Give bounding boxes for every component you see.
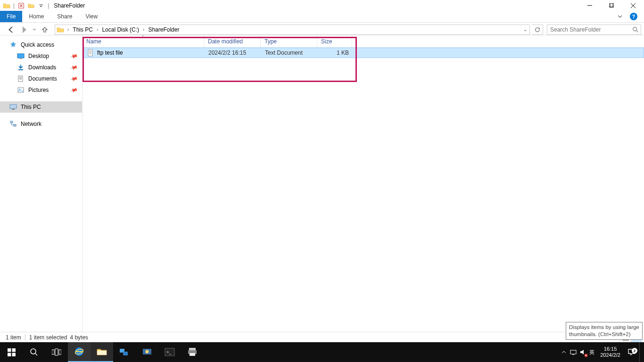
file-size: 1 KB: [318, 49, 353, 56]
pictures-icon: [17, 86, 25, 94]
search-box[interactable]: [547, 25, 641, 35]
svg-text:>_: >_: [166, 350, 172, 354]
title-bar: | | ShareFolder: [0, 0, 644, 11]
refresh-button[interactable]: [532, 25, 543, 35]
system-tray: 英 16:15 2024/2/2 2: [559, 342, 644, 362]
file-tab[interactable]: File: [0, 11, 22, 22]
pin-icon: 📌: [70, 63, 79, 72]
status-bar: 1 item 1 item selected 4 bytes: [0, 332, 644, 342]
search-button[interactable]: [23, 342, 45, 362]
column-label: Type: [264, 38, 277, 45]
view-tab[interactable]: View: [79, 11, 104, 22]
column-size[interactable]: Size: [317, 35, 352, 47]
svg-rect-32: [52, 350, 54, 354]
svg-rect-28: [12, 348, 15, 352]
quick-access-toolbar: | |: [0, 1, 50, 10]
column-type[interactable]: Type: [261, 35, 317, 47]
task-app2-button[interactable]: [136, 342, 158, 362]
separator: [25, 334, 25, 341]
explorer-body: Quick access Desktop 📌 Downloads 📌 Docum…: [0, 35, 644, 332]
clock-date: 2024/2/2: [600, 352, 620, 358]
svg-rect-34: [59, 350, 61, 354]
svg-rect-46: [190, 353, 195, 356]
ribbon: File Home Share View ?: [0, 11, 644, 23]
nav-bar: › This PC › Local Disk (C:) › ShareFolde…: [0, 23, 644, 35]
network-tray-icon[interactable]: [569, 342, 578, 362]
nav-item-label: Pictures: [28, 87, 49, 93]
recent-dropdown-icon[interactable]: [31, 25, 38, 35]
column-date[interactable]: Date modified: [204, 35, 261, 47]
notification-badge: 2: [632, 348, 637, 354]
breadcrumb-sharefolder[interactable]: ShareFolder: [146, 26, 181, 33]
address-dropdown-icon[interactable]: ⌄: [521, 27, 529, 32]
breadcrumb-this-pc[interactable]: This PC: [71, 26, 95, 33]
ime-indicator[interactable]: 英: [587, 349, 596, 356]
chevron-right-icon[interactable]: ›: [141, 27, 146, 32]
pin-icon: 📌: [70, 86, 79, 94]
quick-access-label: Quick access: [21, 41, 54, 48]
svg-rect-14: [10, 121, 13, 123]
svg-rect-3: [609, 3, 613, 7]
tooltip: Displays items by using large thumbnails…: [566, 322, 643, 340]
svg-rect-29: [8, 353, 11, 356]
separator: |: [47, 2, 50, 9]
folder-icon: [55, 26, 66, 33]
svg-rect-2: [587, 5, 592, 6]
tooltip-line2: thumbnails. (Ctrl+Shift+2): [569, 331, 639, 338]
nav-this-pc[interactable]: This PC: [0, 101, 82, 113]
nav-network[interactable]: Network: [0, 118, 82, 130]
nav-desktop[interactable]: Desktop 📌: [0, 50, 82, 62]
back-button[interactable]: [5, 25, 17, 35]
action-center-button[interactable]: 2: [624, 348, 639, 356]
text-file-icon: [87, 49, 94, 57]
tray-up-icon[interactable]: [559, 342, 569, 362]
show-desktop-button[interactable]: [639, 342, 642, 362]
svg-rect-30: [12, 353, 15, 356]
folder-small-icon[interactable]: [27, 1, 35, 10]
minimize-button[interactable]: [579, 0, 601, 11]
file-row[interactable]: ftp test file 2024/2/2 16:15 Text Docume…: [83, 48, 644, 58]
desktop-icon: [17, 52, 25, 60]
nav-downloads[interactable]: Downloads 📌: [0, 62, 82, 73]
maximize-button[interactable]: [601, 0, 622, 11]
svg-rect-27: [8, 348, 11, 352]
column-name[interactable]: Name ˄: [83, 35, 204, 47]
clock[interactable]: 16:15 2024/2/2: [596, 346, 624, 358]
task-app1-button[interactable]: [113, 342, 136, 362]
svg-rect-12: [10, 105, 17, 108]
svg-rect-7: [19, 58, 22, 59]
task-view-button[interactable]: [45, 342, 68, 362]
address-bar[interactable]: › This PC › Local Disk (C:) › ShareFolde…: [55, 25, 530, 35]
chevron-right-icon[interactable]: ›: [66, 27, 71, 32]
svg-point-41: [146, 350, 149, 354]
this-pc-label: This PC: [21, 104, 41, 110]
task-cmd-button[interactable]: >_: [158, 342, 181, 362]
chevron-right-icon[interactable]: ›: [95, 27, 100, 32]
search-input[interactable]: [547, 26, 641, 33]
up-button[interactable]: [39, 25, 51, 35]
svg-rect-6: [17, 54, 24, 58]
task-printer-button[interactable]: [181, 342, 204, 362]
network-icon: [9, 120, 17, 128]
properties-icon[interactable]: [17, 1, 25, 10]
volume-tray-icon[interactable]: [578, 342, 587, 362]
start-button[interactable]: [0, 342, 23, 362]
help-button[interactable]: ?: [627, 10, 640, 23]
ie-button[interactable]: [68, 342, 91, 362]
this-pc-icon: [9, 103, 17, 111]
nav-pictures[interactable]: Pictures 📌: [0, 84, 82, 96]
explorer-button[interactable]: [91, 342, 113, 362]
forward-button[interactable]: [18, 25, 30, 35]
clock-time: 16:15: [600, 346, 620, 352]
home-tab[interactable]: Home: [22, 11, 50, 22]
nav-item-label: Desktop: [28, 53, 49, 59]
qat-dropdown-icon[interactable]: [37, 1, 45, 10]
column-label: Name: [86, 38, 101, 45]
breadcrumb-local-disk[interactable]: Local Disk (C:): [100, 26, 141, 33]
nav-documents[interactable]: Documents 📌: [0, 73, 82, 84]
ribbon-expand-icon[interactable]: [615, 12, 625, 21]
close-button[interactable]: [622, 0, 644, 11]
quick-access[interactable]: Quick access: [0, 39, 82, 50]
search-icon[interactable]: [632, 26, 639, 35]
share-tab[interactable]: Share: [50, 11, 79, 22]
